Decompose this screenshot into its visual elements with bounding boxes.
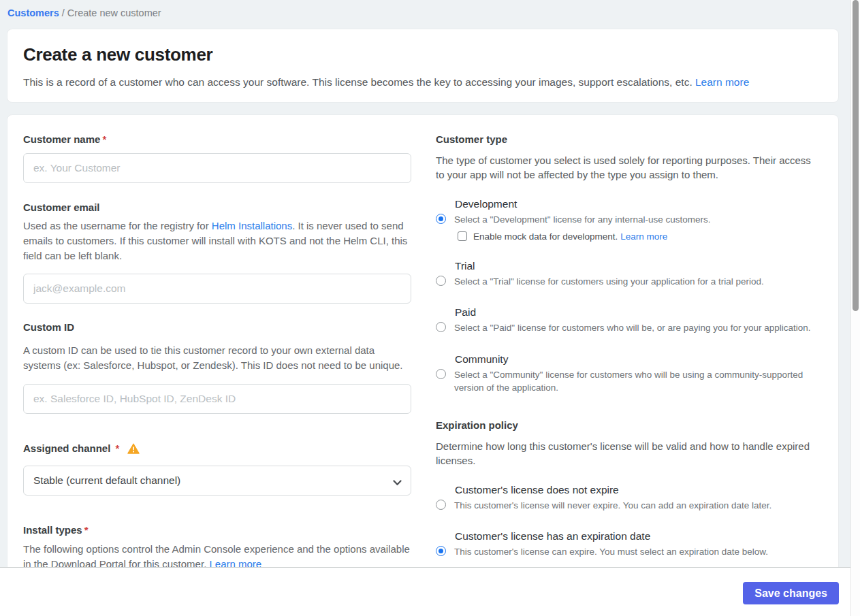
save-changes-button[interactable]: Save changes	[743, 582, 839, 604]
expiration-option-no-expire: Customer's license does not expire This …	[436, 484, 814, 513]
assigned-channel-select[interactable]: Stable (current default channel)	[23, 466, 411, 496]
custom-id-input[interactable]	[23, 384, 411, 414]
customer-type-option-trial: Trial Select a "Trial" license for custo…	[436, 260, 814, 289]
trial-radio[interactable]	[436, 276, 446, 286]
breadcrumb: Customers / Create new customer	[0, 0, 860, 18]
development-radio[interactable]	[436, 214, 446, 224]
community-radio[interactable]	[436, 369, 446, 379]
expiration-date-radio[interactable]	[436, 546, 446, 556]
page-description: This is a record of a customer who can a…	[23, 76, 823, 88]
form-right-column: Customer type The type of customer you s…	[436, 133, 814, 577]
option-label: Customer's license does not expire	[455, 484, 814, 496]
assigned-channel-label: Assigned channel *	[23, 442, 411, 456]
custom-id-label: Custom ID	[23, 321, 411, 333]
customer-type-heading: Customer type	[436, 133, 814, 145]
page-header-card: Create a new customer This is a record o…	[7, 29, 839, 103]
page-title: Create a new customer	[23, 44, 823, 65]
install-types-label: Install types*	[23, 524, 411, 536]
action-footer: Save changes	[0, 567, 851, 616]
mock-data-learn-more-link[interactable]: Learn more	[620, 231, 667, 242]
required-asterisk: *	[84, 524, 89, 536]
option-description: This customer's license will never expir…	[454, 499, 771, 513]
chevron-down-icon	[393, 476, 402, 489]
form-left-column: Customer name* Customer email Used as th…	[23, 133, 411, 577]
customer-email-label: Customer email	[23, 201, 411, 213]
warning-icon	[127, 443, 140, 456]
no-expire-radio[interactable]	[436, 500, 446, 510]
custom-id-description: A custom ID can be used to tie this cust…	[23, 343, 411, 373]
required-asterisk: *	[112, 442, 119, 454]
enable-mock-data-checkbox[interactable]	[458, 231, 467, 241]
header-learn-more-link[interactable]: Learn more	[695, 76, 749, 88]
customer-type-description: The type of customer you select is used …	[436, 153, 814, 182]
option-label: Paid	[455, 306, 814, 319]
expiration-policy-description: Determine how long this customer's licen…	[436, 439, 814, 468]
expiration-option-has-date: Customer's license has an expiration dat…	[436, 530, 814, 559]
breadcrumb-customers-link[interactable]: Customers	[7, 7, 59, 18]
customer-name-input[interactable]	[23, 153, 411, 183]
mock-data-check-row: Enable mock data for development. Learn …	[458, 231, 814, 242]
required-asterisk: *	[102, 133, 106, 145]
vertical-scrollbar[interactable]	[850, 0, 860, 616]
breadcrumb-separator: /	[59, 7, 67, 18]
option-label: Customer's license has an expiration dat…	[455, 530, 814, 542]
helm-installations-link[interactable]: Helm Installations	[212, 220, 292, 231]
customer-name-label: Customer name*	[23, 133, 411, 145]
option-label: Development	[455, 198, 814, 210]
option-description: Select a "Trial" license for customers u…	[454, 275, 764, 289]
breadcrumb-current: Create new customer	[67, 7, 161, 18]
option-description: Select a "Paid" license for customers wh…	[454, 321, 811, 335]
option-label: Trial	[455, 260, 814, 272]
mock-data-checkbox-label: Enable mock data for development. Learn …	[473, 231, 667, 242]
expiration-policy-heading: Expiration policy	[436, 419, 814, 431]
scrollbar-thumb[interactable]	[853, 0, 859, 311]
paid-radio[interactable]	[436, 322, 446, 332]
option-description: Select a "Community" license for custome…	[454, 368, 814, 395]
assigned-channel-selected-value: Stable (current default channel)	[33, 474, 180, 487]
option-description: Select a "Development" license for any i…	[454, 213, 711, 227]
customer-email-description: Used as the username for the registry fo…	[23, 218, 411, 263]
customer-form-card: Customer name* Customer email Used as th…	[7, 114, 839, 604]
customer-type-option-community: Community Select a "Community" license f…	[436, 353, 814, 395]
customer-type-option-development: Development Select a "Development" licen…	[436, 198, 814, 242]
option-label: Community	[455, 353, 814, 366]
customer-email-input[interactable]	[23, 274, 411, 304]
customer-type-option-paid: Paid Select a "Paid" license for custome…	[436, 306, 814, 335]
option-description: This customer's license can expire. You …	[454, 545, 768, 559]
